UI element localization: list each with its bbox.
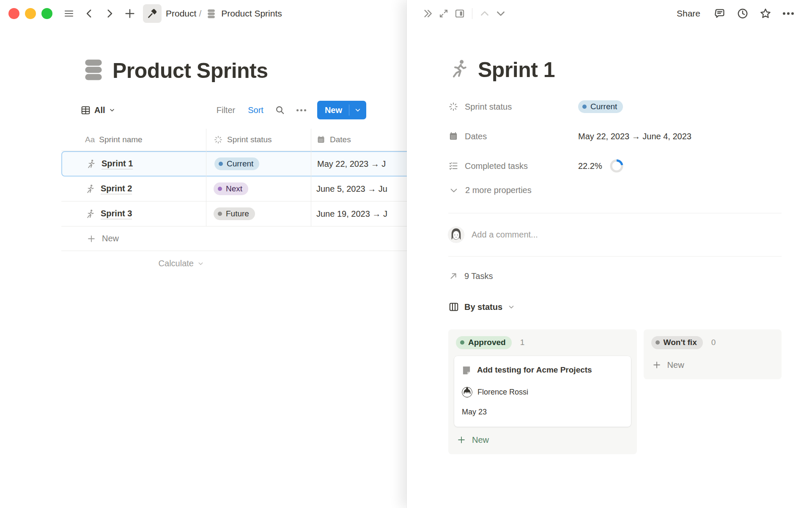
add-card-label: New <box>667 360 684 370</box>
linked-tasks-database[interactable]: 9 Tasks <box>448 271 782 281</box>
calculate-label: Calculate <box>159 259 194 268</box>
sprints-table: Aa Sprint name Sprint status Dates <box>61 129 407 276</box>
column-count: 1 <box>520 338 525 347</box>
table-row[interactable]: Sprint 1 Current May 22, 2023 → J <box>61 151 407 177</box>
sprint-page-title[interactable]: Sprint 3 <box>101 209 132 219</box>
next-record-icon[interactable] <box>493 6 509 22</box>
column-header-dates[interactable]: Dates <box>311 135 407 144</box>
filter-button[interactable]: Filter <box>217 105 235 115</box>
calendar-icon <box>316 135 326 144</box>
column-header-sprint-name[interactable]: Aa Sprint name <box>61 135 206 144</box>
status-label: Future <box>226 209 249 219</box>
status-badge[interactable]: Next <box>214 182 248 196</box>
dates-cell[interactable]: May 22, 2023 → J <box>317 159 386 169</box>
sprint-page-title[interactable]: Sprint 1 <box>102 159 133 169</box>
status-label: Approved <box>468 338 506 348</box>
updates-clock-icon[interactable] <box>734 5 751 22</box>
properties: Sprint status Current Dates May 22, 2023… <box>448 97 782 176</box>
forward-icon[interactable] <box>102 6 117 21</box>
comment-input[interactable]: Add a comment... <box>472 230 538 240</box>
column-label: Dates <box>330 135 351 144</box>
status-spinner-icon <box>214 135 223 144</box>
breadcrumb-root[interactable]: Product <box>166 8 196 19</box>
current-user-avatar <box>448 227 464 243</box>
new-button-dropdown-icon[interactable] <box>349 107 366 113</box>
panel-body: Sprint 1 Sprint status Current Dates <box>407 58 812 454</box>
add-comment-row[interactable]: Add a comment... <box>448 213 782 256</box>
add-row-label: New <box>102 234 119 243</box>
database-toolbar: All Filter Sort New <box>80 101 366 119</box>
product-page-hammer-icon <box>143 4 162 23</box>
chevron-down-icon <box>109 107 115 113</box>
calculate-button[interactable]: Calculate <box>61 251 206 276</box>
sprint-page-title[interactable]: Sprint 2 <box>101 184 132 194</box>
board-view-label: By status <box>464 302 502 312</box>
more-options-icon[interactable] <box>780 5 797 22</box>
property-label: Sprint status <box>465 102 512 112</box>
add-card-button[interactable]: New <box>652 360 776 370</box>
tasks-link-label: 9 Tasks <box>464 271 493 281</box>
breadcrumb-separator: / <box>199 8 201 19</box>
card-date: May 23 <box>461 408 623 417</box>
property-sprint-status[interactable]: Sprint status Current <box>448 97 782 117</box>
expand-page-icon[interactable] <box>436 6 452 22</box>
favorite-star-icon[interactable] <box>757 5 774 22</box>
runner-icon <box>85 209 96 219</box>
comments-icon[interactable] <box>711 5 728 22</box>
table-row[interactable]: Sprint 2 Next June 5, 2023 → Ju <box>61 177 407 202</box>
status-badge[interactable]: Future <box>214 207 255 221</box>
view-tab-all[interactable]: All <box>80 105 115 116</box>
assignee-name: Florence Rossi <box>477 388 528 397</box>
page-title: Product Sprints <box>112 58 268 83</box>
status-label: Next <box>226 184 242 194</box>
share-button[interactable]: Share <box>677 8 700 19</box>
column-status-badge[interactable]: Approved <box>456 336 512 349</box>
more-options-icon[interactable] <box>296 109 306 111</box>
property-completed-tasks[interactable]: Completed tasks 22.2% <box>448 156 782 176</box>
status-badge[interactable]: Current <box>214 157 259 171</box>
column-header-sprint-status[interactable]: Sprint status <box>206 135 311 144</box>
new-tab-plus-icon[interactable] <box>123 6 137 21</box>
status-label: Current <box>227 159 253 169</box>
chevron-down-icon <box>508 303 515 311</box>
back-icon[interactable] <box>82 6 96 21</box>
table-header-row: Aa Sprint name Sprint status Dates <box>61 129 407 151</box>
record-title-row: Sprint 1 <box>448 58 782 82</box>
new-record-button[interactable]: New <box>317 101 366 119</box>
sidebar-menu-icon[interactable] <box>62 6 76 21</box>
minimize-window-button[interactable] <box>25 8 36 19</box>
card-title[interactable]: Add testing for Acme Projects <box>477 365 592 375</box>
add-row-button[interactable]: New <box>61 226 407 251</box>
column-status-badge[interactable]: Won't fix <box>651 336 703 349</box>
board-card[interactable]: Add testing for Acme Projects Florence R… <box>454 356 631 427</box>
divider <box>472 8 472 19</box>
more-properties-toggle[interactable]: 2 more properties <box>449 185 782 195</box>
more-properties-label: 2 more properties <box>465 185 532 195</box>
open-as-page-icon[interactable] <box>452 6 468 22</box>
plus-icon <box>87 234 96 243</box>
table-row[interactable]: Sprint 3 Future June 19, 2023 → J <box>61 202 407 226</box>
board-view-tab[interactable]: By status <box>448 301 782 312</box>
column-label: Sprint status <box>227 135 272 144</box>
plus-icon <box>457 435 466 444</box>
close-peek-icon[interactable] <box>420 6 436 22</box>
zoom-window-button[interactable] <box>41 8 52 19</box>
dates-cell[interactable]: June 5, 2023 → Ju <box>316 184 387 194</box>
add-card-label: New <box>472 435 489 445</box>
sort-button[interactable]: Sort <box>248 105 263 115</box>
divider <box>448 256 782 257</box>
record-title[interactable]: Sprint 1 <box>478 58 555 82</box>
search-icon[interactable] <box>274 105 285 116</box>
status-spinner-icon <box>448 102 458 112</box>
status-badge[interactable]: Current <box>578 100 623 113</box>
previous-record-icon[interactable] <box>477 6 493 22</box>
runner-icon[interactable] <box>448 58 470 82</box>
database-icon[interactable] <box>80 57 107 85</box>
page-body: Product Sprints All Filter Sort N <box>0 57 407 276</box>
kanban-board: Approved 1 Add testing for Acme Projects <box>448 329 782 454</box>
property-dates[interactable]: Dates May 22, 2023 → June 4, 2023 <box>448 126 782 146</box>
dates-cell[interactable]: June 19, 2023 → J <box>316 209 387 219</box>
breadcrumb-current[interactable]: Product Sprints <box>221 8 282 19</box>
close-window-button[interactable] <box>8 8 19 19</box>
add-card-button[interactable]: New <box>457 435 631 445</box>
